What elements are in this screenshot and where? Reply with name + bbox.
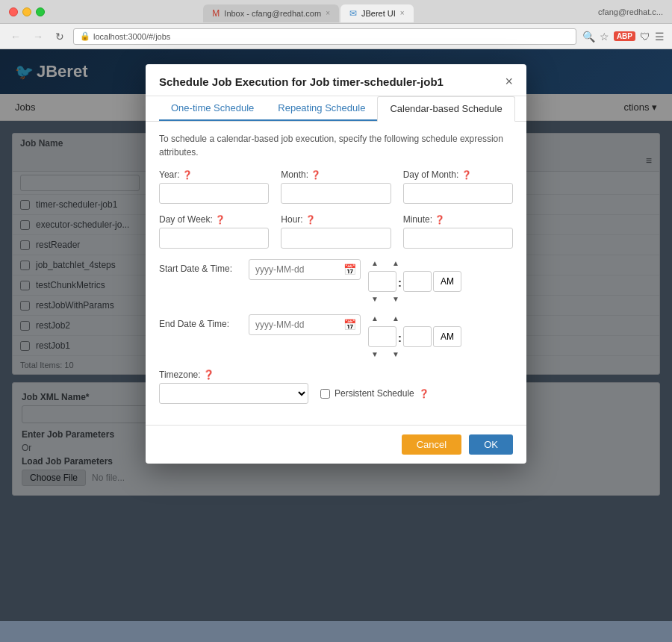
end-time-picker: ▲ ▲ 09 : 43 AM [368, 314, 461, 359]
form-row-dow-hour-min: Day of Week: ❓ Hour: ❓ [159, 214, 513, 249]
timezone-help-icon[interactable]: ❓ [203, 370, 214, 380]
browser-chrome: M Inbox - cfang@redhat.com × ✉ JBeret UI… [0, 0, 672, 49]
hour-input[interactable] [281, 228, 391, 249]
start-time-picker: ▲ ▲ 09 : 43 AM [368, 259, 461, 304]
year-input[interactable] [159, 183, 269, 204]
modal-title: Schedule Job Execution for Job timer-sch… [159, 75, 444, 88]
day-of-week-input[interactable] [159, 228, 269, 249]
start-minute-up-button[interactable]: ▲ [389, 259, 402, 268]
start-date-wrapper: 📅 [249, 259, 361, 280]
persistent-label: Persistent Schedule [335, 388, 414, 399]
maximize-traffic-light[interactable] [36, 7, 45, 16]
tab-inbox-close[interactable]: × [326, 9, 330, 17]
start-datetime-label: Start Date & Time: [159, 259, 241, 274]
menu-icon[interactable]: ☰ [655, 31, 665, 43]
minute-input[interactable] [403, 228, 513, 249]
toolbar-actions: 🔍 ☆ ABP 🛡 ☰ [582, 31, 665, 43]
tab-jberet[interactable]: ✉ JBeret UI × [340, 4, 414, 22]
timezone-label: Timezone: ❓ [159, 370, 308, 380]
day-of-month-input[interactable] [403, 183, 513, 204]
hour-label: Hour: ❓ [281, 214, 391, 225]
end-minute-input[interactable]: 43 [403, 326, 432, 347]
tab-repeating-label: Repeating Schedule [278, 102, 365, 113]
end-datetime-label: End Date & Time: [159, 314, 241, 329]
user-email: cfang@redhat.c... [573, 7, 663, 16]
close-traffic-light[interactable] [9, 7, 18, 16]
tab-one-time-label: One-time Schedule [171, 102, 254, 113]
end-hour-spinner: ▲ [368, 314, 382, 323]
modal-footer: Cancel OK [146, 425, 526, 464]
start-minute-down-button[interactable]: ▼ [389, 295, 402, 304]
tab-repeating-schedule[interactable]: Repeating Schedule [266, 96, 377, 121]
day-of-month-label: Day of Month: ❓ [403, 169, 513, 180]
back-button[interactable]: ← [7, 29, 24, 44]
start-minute-down-spinner: ▼ [389, 295, 402, 304]
dow-help-icon[interactable]: ❓ [215, 215, 225, 224]
start-hour-down-spinner: ▼ [368, 295, 382, 304]
hour-help-icon[interactable]: ❓ [305, 215, 316, 224]
start-minute-spinner: ▲ [389, 259, 402, 268]
start-hour-input[interactable]: 09 [368, 271, 396, 292]
persistent-group: Persistent Schedule ❓ [320, 375, 429, 399]
modal-tabs: One-time Schedule Repeating Schedule Cal… [146, 96, 526, 122]
dom-help-icon[interactable]: ❓ [461, 170, 472, 179]
lock-icon: 🔒 [80, 31, 90, 41]
start-cal-icon[interactable]: 📅 [343, 264, 356, 275]
forward-button[interactable]: → [30, 29, 46, 44]
end-hour-down-button[interactable]: ▼ [368, 350, 382, 359]
year-help-icon[interactable]: ❓ [182, 170, 193, 179]
bookmark-icon[interactable]: ☆ [600, 31, 609, 43]
month-label: Month: ❓ [281, 169, 391, 180]
timezone-select[interactable] [159, 383, 308, 404]
address-text: localhost:3000/#/jobs [93, 32, 170, 41]
minimize-traffic-light[interactable] [22, 7, 31, 16]
traffic-lights [9, 7, 45, 16]
end-minute-down-button[interactable]: ▼ [389, 350, 402, 359]
shield-icon[interactable]: 🛡 [640, 31, 650, 43]
time-colon-start: : [396, 276, 403, 289]
modal-close-button[interactable]: × [505, 75, 513, 88]
timezone-group: Timezone: ❓ [159, 370, 308, 404]
end-date-wrapper: 📅 [249, 314, 361, 335]
start-ampm-button[interactable]: AM [433, 271, 461, 292]
start-time-inputs: 09 : 43 AM [368, 271, 461, 292]
end-minute-up-button[interactable]: ▲ [389, 314, 402, 323]
start-hour-up-button[interactable]: ▲ [368, 259, 382, 268]
month-field-group: Month: ❓ [281, 169, 391, 204]
tab-inbox[interactable]: M Inbox - cfang@redhat.com × [203, 4, 339, 22]
end-cal-icon[interactable]: 📅 [343, 319, 356, 331]
persistent-help-icon[interactable]: ❓ [419, 389, 429, 399]
browser-titlebar: M Inbox - cfang@redhat.com × ✉ JBeret UI… [0, 0, 672, 24]
tab-jberet-close[interactable]: × [400, 9, 405, 17]
month-input[interactable] [281, 183, 391, 204]
browser-tabs: M Inbox - cfang@redhat.com × ✉ JBeret UI… [197, 1, 420, 22]
start-datetime-row: Start Date & Time: 📅 ▲ [159, 259, 513, 304]
end-ampm-button[interactable]: AM [433, 326, 461, 347]
year-label: Year: ❓ [159, 169, 269, 180]
tab-one-time-schedule[interactable]: One-time Schedule [159, 96, 266, 121]
tab-jberet-label: JBeret UI [361, 9, 396, 18]
dow-field-group: Day of Week: ❓ [159, 214, 269, 249]
minute-help-icon[interactable]: ❓ [435, 215, 445, 224]
start-minute-input[interactable]: 43 [403, 271, 432, 292]
end-minute-down-spinner: ▼ [389, 350, 402, 359]
timezone-persistent-row: Timezone: ❓ Persistent Schedule ❓ [159, 370, 513, 404]
minute-field-group: Minute: ❓ [403, 214, 513, 249]
persistent-checkbox[interactable] [320, 389, 330, 399]
start-time-up-row: ▲ ▲ [368, 259, 402, 268]
end-time-up-row: ▲ ▲ [368, 314, 402, 323]
hour-field-group: Hour: ❓ [281, 214, 391, 249]
cancel-button[interactable]: Cancel [402, 434, 461, 455]
end-hour-up-button[interactable]: ▲ [368, 314, 382, 323]
end-hour-input[interactable]: 09 [368, 326, 396, 347]
modal-header: Schedule Job Execution for Job timer-sch… [146, 64, 526, 96]
month-help-icon[interactable]: ❓ [311, 170, 321, 179]
reload-button[interactable]: ↻ [52, 29, 67, 44]
ok-button[interactable]: OK [469, 434, 513, 455]
start-hour-down-button[interactable]: ▼ [368, 295, 382, 304]
search-icon[interactable]: 🔍 [582, 31, 595, 43]
abp-badge[interactable]: ABP [614, 31, 635, 41]
tab-calendar-schedule[interactable]: Calendar-based Schedule [377, 96, 514, 122]
address-bar[interactable]: 🔒 localhost:3000/#/jobs [73, 28, 576, 45]
tab-inbox-label: Inbox - cfang@redhat.com [224, 9, 321, 18]
